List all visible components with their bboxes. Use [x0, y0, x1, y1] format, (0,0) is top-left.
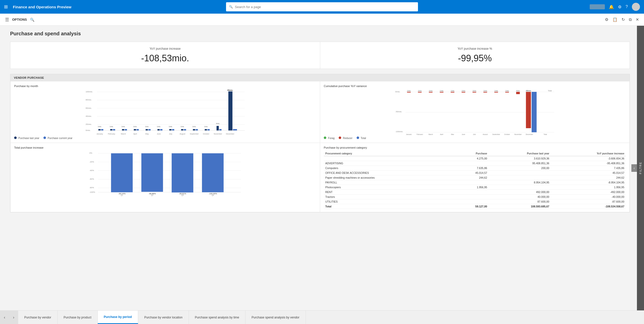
expand-icon[interactable]: ⧉: [629, 17, 632, 22]
notification-icon[interactable]: 🔔: [609, 5, 614, 9]
options-label: OPTIONS: [12, 18, 27, 21]
total-purchase-increase-title: Total purchase increase: [14, 146, 316, 149]
svg-text:May: May: [145, 133, 149, 135]
tab-period[interactable]: Purchase by period: [98, 311, 138, 324]
purchase-by-month-svg: 100mio. 80mio. 60mio. 40mio. 20mio. 0mio…: [14, 90, 316, 135]
svg-text:-1mio.: -1mio.: [439, 90, 444, 92]
close-icon[interactable]: ✕: [636, 17, 639, 22]
svg-rect-33: [181, 129, 183, 130]
svg-rect-34: [184, 129, 186, 130]
svg-text:August: August: [483, 133, 488, 135]
svg-text:January: January: [96, 133, 103, 135]
svg-text:-1mio.: -1mio.: [483, 90, 488, 92]
svg-rect-40: [207, 129, 210, 130]
avatar[interactable]: [632, 3, 640, 11]
procurement-category-panel: Purchase by procurement category Procure…: [320, 143, 630, 212]
table-row: Photocopiers1.956,951.956,95: [324, 185, 626, 190]
svg-text:-1mio.: -1mio.: [429, 90, 433, 92]
search-icon: 🔍: [229, 5, 233, 9]
legend-reducer: Reducer: [339, 137, 353, 140]
svg-text:80mio.: 80mio.: [86, 99, 92, 101]
search-input[interactable]: [235, 5, 415, 9]
svg-text:November: November: [214, 133, 222, 135]
settings-icon[interactable]: ⚙: [618, 5, 622, 9]
tab-vendor-location[interactable]: Purchase by vendor location: [138, 311, 189, 324]
svg-rect-25: [148, 129, 151, 130]
svg-text:March: March: [121, 133, 126, 135]
svg-text:December: December: [526, 133, 533, 135]
filter-toggle[interactable]: ‹: [631, 164, 637, 172]
svg-text:1mio.: 1mio.: [110, 126, 114, 127]
svg-text:20mio.: 20mio.: [86, 123, 92, 125]
svg-text:September: September: [190, 133, 199, 135]
svg-rect-39: [205, 129, 207, 130]
customize-icon[interactable]: ⚙: [605, 17, 608, 22]
svg-rect-88: [526, 92, 531, 128]
svg-rect-46: [233, 129, 237, 130]
page-title: Purchase and spend analysis: [10, 31, 630, 37]
filter-panel[interactable]: FILTRE: [637, 26, 644, 310]
svg-text:-1mio.: -1mio.: [407, 90, 411, 92]
hamburger-icon[interactable]: ☰: [5, 17, 9, 22]
svg-text:40mio.: 40mio.: [86, 115, 92, 117]
svg-text:1mio.: 1mio.: [121, 126, 126, 127]
cumulative-variance-panel: Cumulative purchase YoY variance 0mio. -…: [320, 81, 630, 143]
svg-rect-16: [113, 129, 115, 130]
svg-text:November: November: [514, 133, 522, 135]
blurred-user-icon: [590, 4, 605, 9]
tab-spend-vendor[interactable]: Purchase spend analysis by vendor: [245, 311, 306, 324]
svg-text:-20%: -20%: [89, 161, 94, 163]
svg-text:August: August: [180, 133, 185, 135]
kpi-value-1: -99,95%: [328, 53, 622, 64]
svg-text:February: February: [417, 133, 423, 135]
help-icon[interactable]: ?: [626, 5, 628, 9]
svg-rect-13: [101, 129, 103, 130]
options-bar-left: ☰ OPTIONS 🔍: [5, 17, 34, 22]
svg-rect-22: [137, 129, 139, 130]
purchase-by-month-title: Purchase by month: [14, 85, 316, 88]
options-search-icon[interactable]: 🔍: [30, 18, 34, 22]
svg-text:95mio.: 95mio.: [227, 90, 233, 91]
svg-text:October: October: [504, 133, 510, 135]
search-bar[interactable]: 🔍: [226, 2, 418, 11]
tab-prev-btn[interactable]: ‹: [0, 311, 9, 324]
table-total-row: Total59.127,00108.593.685,67-108.534.558…: [324, 204, 626, 209]
charts-grid: Purchase by month 100mio. 80mio. 60mio. …: [10, 81, 630, 212]
template-icon[interactable]: 📋: [612, 17, 617, 22]
tab-bar: ‹ › Purchase by vendor Purchase by produ…: [0, 310, 644, 324]
svg-text:May: May: [451, 133, 454, 135]
svg-rect-37: [196, 129, 198, 130]
table-row: OFFICE AND DESK ACCESSORIES45.014,5745.0…: [324, 171, 626, 175]
svg-rect-123: [172, 153, 193, 193]
svg-rect-21: [134, 129, 136, 130]
svg-rect-15: [110, 129, 112, 130]
svg-rect-45: [228, 91, 232, 130]
tab-product[interactable]: Purchase by product: [58, 311, 98, 324]
table-row: PAYROLL8.954.104,95-8.954.104,95: [324, 180, 626, 185]
vendor-purchase-section: VENDOR PURCHASE Purchase by month 100mio…: [10, 74, 630, 212]
legend-total: Total: [357, 137, 366, 140]
svg-rect-80: [483, 92, 487, 93]
cumulative-variance-legend: Forag Reducer Total: [324, 137, 626, 140]
svg-text:October: October: [203, 133, 209, 135]
svg-rect-30: [169, 129, 171, 130]
svg-text:1mio.: 1mio.: [145, 126, 149, 127]
refresh-icon[interactable]: ↻: [622, 17, 625, 22]
tab-spend-time[interactable]: Purchase spend analysis by time: [189, 311, 245, 324]
grid-icon[interactable]: ⊞: [4, 4, 8, 10]
kpi-label-0: YoY purchase increase: [18, 47, 312, 50]
svg-text:-1mio.: -1mio.: [505, 90, 509, 92]
kpi-card-1: YoY purchase increase % -99,95%: [320, 42, 630, 69]
col-last-year: Purchase last year: [489, 151, 551, 156]
svg-text:-100mio.: -100mio.: [395, 130, 403, 133]
tab-next-btn[interactable]: ›: [9, 311, 18, 324]
main-content: Purchase and spend analysis YoY purchase…: [0, 26, 644, 310]
tab-vendor[interactable]: Purchase by vendor: [18, 311, 58, 324]
svg-text:Q1: Q1: [121, 194, 123, 196]
svg-text:March: March: [429, 133, 433, 135]
kpi-card-0: YoY purchase increase -108,53mio.: [10, 42, 320, 69]
svg-text:Q4: Q4: [212, 194, 214, 196]
svg-text:-1mio.: -1mio.: [461, 90, 466, 92]
svg-text:June: June: [462, 133, 465, 135]
purchase-by-month-chart: 100mio. 80mio. 60mio. 40mio. 20mio. 0mio…: [14, 90, 316, 135]
